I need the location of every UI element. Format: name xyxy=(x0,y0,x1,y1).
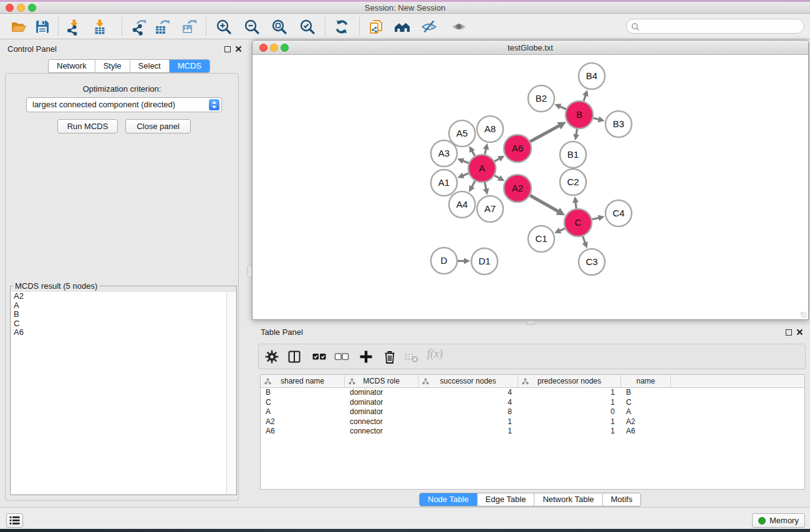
toolbar-separator xyxy=(325,17,325,36)
copy-network-icon[interactable] xyxy=(367,18,385,36)
import-table-icon[interactable] xyxy=(91,18,108,36)
network-canvas[interactable]: B4B2BB3B1A5A8A6A3AA1A2C2A4A7CC4C1C3DD1 xyxy=(253,55,808,319)
table-cell-mcds-role[interactable]: connector xyxy=(345,417,418,427)
tab-network-table[interactable]: Network Table xyxy=(534,493,602,506)
table-cell-mcds-role[interactable]: dominator xyxy=(345,398,418,408)
optimization-criterion-dropdown[interactable]: largest connected component (directed) xyxy=(26,97,222,112)
table-panel-tabs: Node TableEdge TableNetwork TableMotifs xyxy=(419,493,641,506)
save-session-icon[interactable] xyxy=(34,18,51,36)
table-cell-predecessor-nodes[interactable]: 1 xyxy=(518,427,621,437)
column-header-successor-nodes[interactable]: successor nodes xyxy=(418,375,518,387)
graph-edge-A2-C[interactable] xyxy=(530,195,559,211)
graph-node-label: D xyxy=(441,255,448,266)
table-cell-shared-name[interactable]: C xyxy=(261,398,345,408)
tab-edge-table[interactable]: Edge Table xyxy=(477,493,534,506)
table-cell-shared-name[interactable]: A6 xyxy=(261,427,345,437)
zoom-selected-icon[interactable] xyxy=(299,18,316,36)
column-header-name[interactable]: name xyxy=(621,375,671,387)
network-graph: B4B2BB3B1A5A8A6A3AA1A2C2A4A7CC4C1C3DD1 xyxy=(253,55,808,319)
column-header-predecessor-nodes[interactable]: predecessor nodes xyxy=(518,375,621,387)
column-header-shared-name[interactable]: shared name xyxy=(261,375,345,387)
table-cell-successor-nodes[interactable]: 4 xyxy=(418,388,518,398)
tab-network[interactable]: Network xyxy=(49,60,95,72)
settings-gear-icon[interactable] xyxy=(264,349,280,365)
tab-mcds[interactable]: MCDS xyxy=(169,60,210,72)
mcds-result-scrollbar[interactable] xyxy=(226,292,236,494)
table-cell-name[interactable]: A2 xyxy=(621,417,671,427)
table-cell-shared-name[interactable]: A xyxy=(261,407,345,417)
hide-graphics-details-icon[interactable] xyxy=(420,18,438,36)
mcds-result-item[interactable]: A6 xyxy=(11,328,226,337)
control-panel-close-icon[interactable] xyxy=(235,46,242,52)
tab-motifs[interactable]: Motifs xyxy=(602,493,641,506)
table-cell-predecessor-nodes[interactable]: 1 xyxy=(518,417,621,427)
run-mcds-button[interactable]: Run MCDS xyxy=(57,119,118,133)
apply-layout-icon[interactable] xyxy=(333,18,350,36)
table-cell-name[interactable]: A6 xyxy=(621,427,671,437)
column-header-label: MCDS role xyxy=(363,377,400,385)
table-cell-mcds-role[interactable]: dominator xyxy=(345,407,418,417)
table-cell-predecessor-nodes[interactable]: 1 xyxy=(518,388,621,398)
table-cell-successor-nodes[interactable]: 8 xyxy=(418,407,518,417)
table-row[interactable]: Cdominator41C xyxy=(261,398,804,408)
select-all-icon[interactable] xyxy=(311,349,327,365)
table-cell-successor-nodes[interactable]: 1 xyxy=(418,427,518,437)
mcds-result-item[interactable]: C xyxy=(11,319,226,329)
optimization-criterion-label: Optimization criterion: xyxy=(5,84,239,94)
tab-style[interactable]: Style xyxy=(95,60,130,72)
deselect-all-icon[interactable] xyxy=(334,349,350,365)
column-header-mcds-role[interactable]: MCDS role xyxy=(345,375,418,387)
home-view-icon[interactable] xyxy=(393,18,411,36)
open-session-icon[interactable] xyxy=(10,18,27,36)
add-row-icon[interactable] xyxy=(358,349,374,365)
table-panel-float-icon[interactable] xyxy=(786,329,792,336)
show-graphics-details-icon[interactable] xyxy=(450,18,468,36)
new-network-icon[interactable] xyxy=(130,18,147,36)
table-row[interactable]: Bdominator41B xyxy=(261,388,804,398)
control-panel-float-icon[interactable] xyxy=(224,46,231,52)
zoom-fit-icon[interactable] xyxy=(271,18,288,36)
delete-row-icon[interactable] xyxy=(382,349,398,365)
table-cell-shared-name[interactable]: B xyxy=(261,388,345,398)
window-resize-grip[interactable] xyxy=(801,312,807,318)
close-panel-button[interactable]: Close panel xyxy=(125,119,191,133)
toolbar-separator xyxy=(359,17,360,36)
table-cell-predecessor-nodes[interactable]: 0 xyxy=(518,407,621,417)
mcds-result-item[interactable]: A xyxy=(11,301,226,311)
table-row[interactable]: A2connector11A2 xyxy=(261,417,804,427)
table-cell-filler xyxy=(671,388,804,398)
export-image-icon[interactable] xyxy=(180,18,198,36)
memory-label: Memory xyxy=(769,516,799,525)
table-cell-mcds-role[interactable]: connector xyxy=(345,427,418,437)
graph-edge-arrowhead xyxy=(572,196,579,203)
mcds-result-item[interactable]: B xyxy=(11,310,226,319)
pane-divider-handle-horizontal[interactable] xyxy=(527,321,535,325)
table-row[interactable]: Adominator80A xyxy=(261,407,804,417)
column-visibility-icon[interactable] xyxy=(286,349,302,365)
chevron-up-down-icon xyxy=(211,100,218,109)
table-cell-successor-nodes[interactable]: 1 xyxy=(418,417,518,427)
dropdown-stepper[interactable] xyxy=(209,99,219,110)
table-panel-close-icon[interactable] xyxy=(796,329,803,336)
pane-divider-handle-vertical[interactable] xyxy=(247,266,252,277)
table-cell-mcds-role[interactable]: dominator xyxy=(345,388,418,398)
table-cell-predecessor-nodes[interactable]: 1 xyxy=(518,398,621,408)
graph-edge-A6-B[interactable] xyxy=(530,125,560,142)
tab-node-table[interactable]: Node Table xyxy=(420,493,477,506)
mcds-result-item[interactable]: A2 xyxy=(11,292,226,301)
tab-select[interactable]: Select xyxy=(130,60,169,72)
table-row[interactable]: A6connector11A6 xyxy=(261,427,804,437)
import-network-icon[interactable] xyxy=(65,18,82,36)
table-cell-name[interactable]: C xyxy=(621,398,671,408)
search-input[interactable] xyxy=(643,21,799,32)
table-cell-name[interactable]: B xyxy=(621,388,671,398)
show-panels-button[interactable] xyxy=(6,513,23,528)
table-cell-shared-name[interactable]: A2 xyxy=(261,417,345,427)
export-table-icon[interactable] xyxy=(153,18,171,36)
zoom-out-icon[interactable] xyxy=(243,18,261,36)
zoom-in-icon[interactable] xyxy=(215,18,233,36)
table-cell-successor-nodes[interactable]: 4 xyxy=(418,398,518,408)
memory-status-dot xyxy=(758,517,766,525)
memory-button[interactable]: Memory xyxy=(752,513,805,528)
table-cell-name[interactable]: A xyxy=(621,407,671,417)
